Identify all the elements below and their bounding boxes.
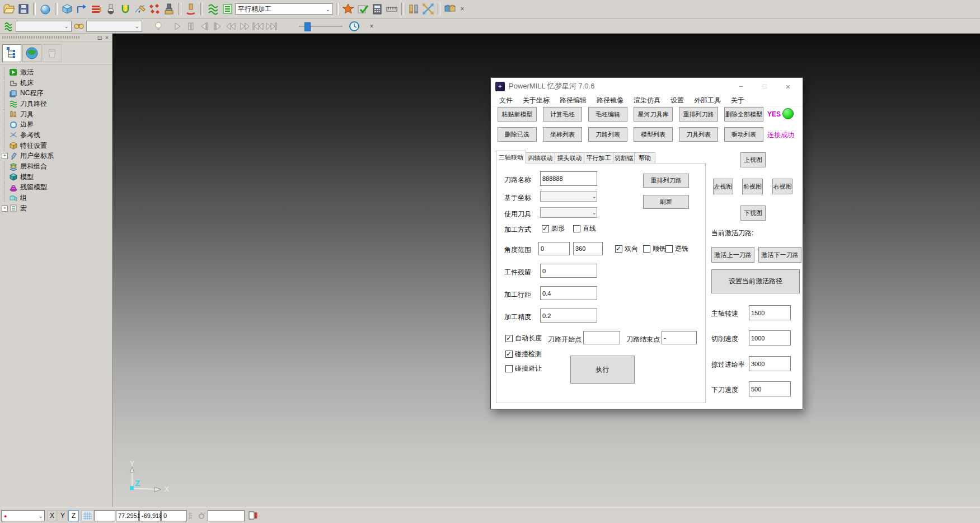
tolerance-field[interactable]: [208, 510, 245, 521]
reorder-button[interactable]: 重排列刀路: [643, 174, 689, 188]
step-forward-button[interactable]: [212, 21, 224, 32]
toolpath-select-dropdown[interactable]: ⌄: [16, 21, 72, 32]
simulation-speed-slider[interactable]: [299, 22, 343, 31]
clock-icon[interactable]: [348, 21, 360, 32]
stepover-input[interactable]: [540, 286, 597, 300]
menu-about[interactable]: 关于: [726, 96, 749, 105]
minimize-button[interactable]: –: [730, 78, 752, 95]
create-block-icon[interactable]: [60, 2, 74, 16]
light-icon[interactable]: [152, 21, 165, 32]
cursor-z-field[interactable]: 0: [161, 510, 187, 521]
compare-blocks-icon[interactable]: [443, 2, 457, 16]
collision-avoid-checkbox[interactable]: 碰撞避让: [505, 364, 542, 373]
grid-size-field[interactable]: [94, 510, 115, 521]
go-start-button[interactable]: [252, 21, 264, 32]
cutting-feed-input[interactable]: [749, 330, 791, 345]
search-icon[interactable]: [73, 21, 85, 32]
tab-recycle-bin[interactable]: [43, 44, 62, 62]
menu-render-sim[interactable]: 渲染仿真: [629, 96, 665, 105]
auto-length-checkbox[interactable]: 自动长度: [505, 334, 542, 343]
panel-float-icon[interactable]: ⊡: [96, 34, 103, 41]
calculator-icon[interactable]: [371, 2, 384, 16]
tree-item-levels-sets[interactable]: 层和组合: [0, 161, 112, 172]
simulation-toolbar-close-button[interactable]: ×: [367, 22, 376, 31]
menu-file[interactable]: 文件: [494, 96, 518, 105]
activate-prev-button[interactable]: 激活上一刀路: [711, 247, 754, 263]
activate-next-button[interactable]: 激活下一刀路: [758, 247, 801, 263]
rewind-button[interactable]: [225, 21, 237, 32]
tool-ball-icon[interactable]: [104, 2, 118, 16]
active-toolpath-icon[interactable]: [206, 2, 219, 16]
menu-coords[interactable]: 关于坐标: [518, 96, 555, 105]
view-right-button[interactable]: 右视图: [772, 179, 793, 194]
menu-path-mirror[interactable]: 路径镜像: [592, 96, 629, 105]
tree-item-machine[interactable]: 机床: [0, 78, 112, 88]
tool-list-button[interactable]: 刀具列表: [679, 127, 718, 142]
tree-item-boundaries[interactable]: 边界: [0, 119, 112, 130]
tree-item-models[interactable]: 模型: [0, 172, 112, 183]
dir-climb-checkbox[interactable]: 顺铣: [643, 244, 666, 254]
collision-check-checkbox[interactable]: 碰撞检测: [505, 349, 542, 359]
pause-button[interactable]: [185, 21, 197, 32]
points-icon[interactable]: [148, 2, 161, 16]
save-icon[interactable]: [17, 2, 30, 16]
end-point-input[interactable]: [662, 331, 697, 344]
execute-button[interactable]: 执行: [570, 356, 635, 384]
tab-4axis[interactable]: 四轴联动: [526, 152, 555, 164]
coord-list-button[interactable]: 坐标列表: [543, 127, 582, 142]
tree-item-nc-programs[interactable]: NC程序: [0, 88, 112, 99]
grid-toggle-button[interactable]: [81, 510, 93, 521]
workplane-dropdown[interactable]: ● ⌄: [1, 510, 45, 521]
axis-x-button[interactable]: X: [47, 510, 57, 521]
collision-check-icon[interactable]: [184, 2, 198, 16]
main-toolbar-close-button[interactable]: ×: [458, 4, 467, 13]
verify-icon[interactable]: [356, 2, 369, 16]
skim-feed-input[interactable]: [749, 356, 791, 371]
dir-conventional-checkbox[interactable]: 逆铣: [665, 244, 688, 254]
based-coord-dropdown[interactable]: ⌄: [540, 191, 597, 202]
refresh-button[interactable]: 刷新: [643, 195, 689, 209]
delete-selected-button[interactable]: 删除已选: [498, 127, 537, 142]
start-point-input[interactable]: [583, 331, 620, 344]
view-left-button[interactable]: 左视图: [713, 179, 733, 194]
tab-explorer[interactable]: [2, 44, 21, 62]
mode-line-checkbox[interactable]: 直线: [573, 224, 596, 234]
use-tool-dropdown[interactable]: ⌄: [540, 207, 597, 218]
tree-item-toolpaths[interactable]: 刀具路径: [0, 99, 112, 109]
pattern-icon[interactable]: [133, 2, 147, 16]
cursor-y-field[interactable]: -69.918: [139, 510, 161, 521]
stock-remain-input[interactable]: [540, 264, 597, 278]
tree-item-workplanes[interactable]: +用户坐标系: [0, 151, 112, 162]
tree-item-stock-models[interactable]: 残留模型: [0, 183, 112, 193]
expand-toggle[interactable]: +: [2, 153, 8, 159]
expand-toggle[interactable]: +: [2, 206, 8, 212]
probe-icon[interactable]: [197, 511, 206, 522]
cursor-x-field[interactable]: 77.2951: [116, 510, 139, 521]
dir-both-checkbox[interactable]: 双向: [615, 244, 638, 254]
tab-globe[interactable]: [22, 44, 41, 62]
fast-forward-button[interactable]: [238, 21, 251, 32]
spindle-speed-input[interactable]: [749, 305, 791, 320]
toolpath-name-input[interactable]: [540, 171, 597, 186]
tab-3axis[interactable]: 三轴联动: [496, 151, 526, 164]
transform-icon[interactable]: [421, 2, 435, 16]
tab-swivel-head[interactable]: 摆头联动: [555, 152, 584, 164]
view-front-button[interactable]: 前视图: [742, 179, 763, 194]
tab-help[interactable]: 帮助: [634, 152, 655, 164]
model-list-button[interactable]: 模型列表: [634, 127, 673, 142]
toolpath-list-button[interactable]: 刀路列表: [588, 127, 627, 142]
panel-grip[interactable]: ⊡ ×: [0, 34, 112, 42]
plunge-feed-input[interactable]: [749, 381, 791, 396]
shaded-view-icon[interactable]: [39, 2, 52, 16]
tree-item-feature-sets[interactable]: 特征设置: [0, 141, 112, 151]
pause-queue-icon[interactable]: [248, 511, 257, 522]
tool-select-dropdown[interactable]: ⌄: [86, 21, 142, 32]
angle-end-input[interactable]: [573, 242, 603, 255]
strategy-dropdown[interactable]: 平行精加工 ⌄: [235, 3, 333, 15]
reorder-toolpaths-button[interactable]: 重排列刀路: [679, 107, 718, 122]
maximize-button[interactable]: □: [753, 78, 776, 95]
edit-stock-button[interactable]: 毛坯编辑: [588, 107, 627, 122]
open-icon[interactable]: [2, 2, 16, 16]
tree-item-activate[interactable]: 激活: [0, 67, 112, 78]
tolerance-input[interactable]: [540, 309, 597, 323]
